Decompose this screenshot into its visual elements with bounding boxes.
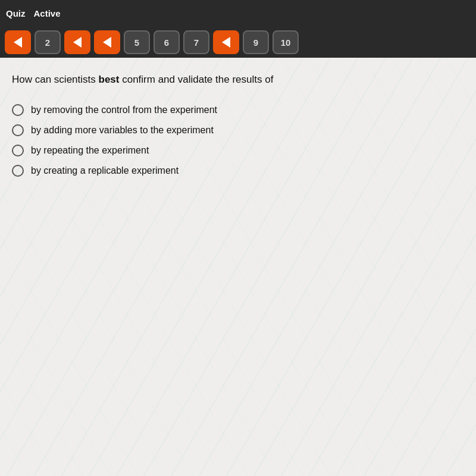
nav-btn-8[interactable] xyxy=(213,30,239,54)
options-list: by removing the control from the experim… xyxy=(12,104,464,177)
option-b-text: by adding more variables to the experime… xyxy=(31,125,214,136)
nav-btn-6[interactable]: 6 xyxy=(154,30,180,54)
radio-c[interactable] xyxy=(12,145,24,156)
nav-btn-9[interactable]: 9 xyxy=(243,30,269,54)
option-c[interactable]: by repeating the experiment xyxy=(12,145,464,156)
nav-btn-2[interactable]: 2 xyxy=(35,30,61,54)
radio-d[interactable] xyxy=(12,165,24,177)
nav-btn-7[interactable]: 7 xyxy=(183,30,209,54)
arrow-left-icon-8 xyxy=(222,37,230,48)
content-area: How can scientists best confirm and vali… xyxy=(0,58,476,476)
header-bar: Quiz Active xyxy=(0,0,476,27)
nav-bar: 2 5 6 7 9 10 xyxy=(0,27,476,58)
nav-btn-3[interactable] xyxy=(64,30,90,54)
question-text: How can scientists best confirm and vali… xyxy=(12,72,464,87)
option-a[interactable]: by removing the control from the experim… xyxy=(12,104,464,116)
arrow-left-icon xyxy=(14,37,22,48)
status-label: Active xyxy=(34,8,61,18)
option-b[interactable]: by adding more variables to the experime… xyxy=(12,124,464,136)
nav-btn-1[interactable] xyxy=(5,30,31,54)
radio-b[interactable] xyxy=(12,124,24,136)
option-d[interactable]: by creating a replicable experiment xyxy=(12,165,464,177)
arrow-left-icon-3 xyxy=(73,37,82,48)
option-c-text: by repeating the experiment xyxy=(31,145,149,156)
nav-btn-5[interactable]: 5 xyxy=(124,30,150,54)
nav-btn-4[interactable] xyxy=(94,30,120,54)
question-bold: best xyxy=(99,74,120,85)
quiz-label: Quiz xyxy=(6,8,26,18)
option-d-text: by creating a replicable experiment xyxy=(31,165,178,176)
arrow-left-icon-4 xyxy=(103,37,111,48)
option-a-text: by removing the control from the experim… xyxy=(31,105,217,115)
radio-a[interactable] xyxy=(12,104,24,116)
nav-btn-10[interactable]: 10 xyxy=(273,30,299,54)
